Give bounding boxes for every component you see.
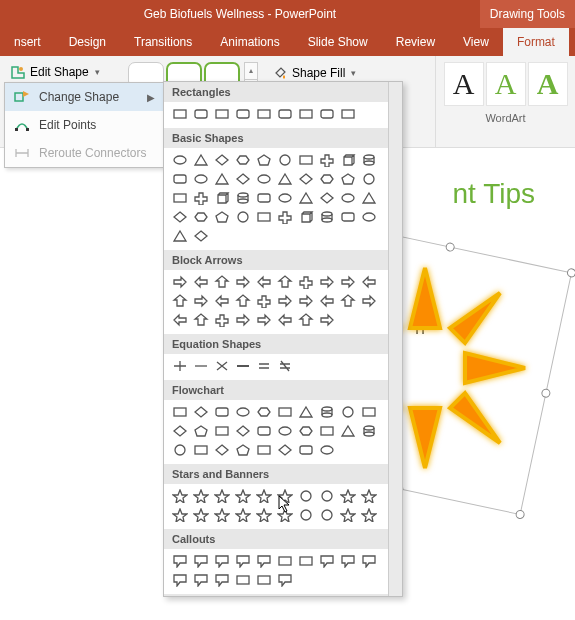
shape-option[interactable] (212, 311, 232, 329)
shape-option[interactable] (170, 552, 190, 570)
shape-option[interactable] (191, 506, 211, 524)
shape-option[interactable] (233, 441, 253, 459)
flyout-scrollbar[interactable] (388, 82, 402, 596)
shape-option[interactable] (275, 571, 295, 589)
shape-option[interactable] (317, 292, 337, 310)
shape-option[interactable] (170, 311, 190, 329)
shape-option[interactable] (233, 571, 253, 589)
shape-option[interactable] (275, 552, 295, 570)
shape-option[interactable] (338, 189, 358, 207)
shape-option[interactable] (170, 403, 190, 421)
shape-option[interactable] (212, 487, 232, 505)
shape-option[interactable] (233, 170, 253, 188)
shape-option[interactable] (233, 151, 253, 169)
shape-option[interactable] (275, 151, 295, 169)
shape-option[interactable] (254, 357, 274, 375)
shape-option[interactable] (254, 189, 274, 207)
shape-option[interactable] (296, 311, 316, 329)
shape-option[interactable] (233, 208, 253, 226)
shape-option[interactable] (338, 506, 358, 524)
shape-option[interactable] (254, 506, 274, 524)
shape-option[interactable] (233, 506, 253, 524)
shape-option[interactable] (296, 273, 316, 291)
shape-option[interactable] (254, 311, 274, 329)
shape-option[interactable] (170, 292, 190, 310)
shape-option[interactable] (275, 487, 295, 505)
shape-option[interactable] (233, 487, 253, 505)
tab-format[interactable]: Format (503, 28, 569, 56)
shape-option[interactable] (317, 403, 337, 421)
shape-option[interactable] (296, 151, 316, 169)
shape-option[interactable] (338, 208, 358, 226)
shape-option[interactable] (275, 311, 295, 329)
shape-option[interactable] (275, 506, 295, 524)
tab-design[interactable]: Design (55, 28, 120, 56)
shape-option[interactable] (338, 151, 358, 169)
shape-option[interactable] (275, 441, 295, 459)
tab-transitions[interactable]: Transitions (120, 28, 206, 56)
shape-option[interactable] (317, 311, 337, 329)
shape-option[interactable] (191, 357, 211, 375)
shape-option[interactable] (191, 422, 211, 440)
shape-option[interactable] (359, 506, 379, 524)
shape-option[interactable] (317, 105, 337, 123)
shape-option[interactable] (338, 273, 358, 291)
edit-shape-dropdown[interactable]: Edit Shape ▾ (4, 60, 106, 84)
shape-option[interactable] (254, 441, 274, 459)
shape-option[interactable] (233, 292, 253, 310)
shape-option[interactable] (359, 189, 379, 207)
shape-option[interactable] (233, 357, 253, 375)
wordart-style-1[interactable]: A (444, 62, 484, 106)
shape-option[interactable] (296, 552, 316, 570)
shape-option[interactable] (191, 273, 211, 291)
shape-option[interactable] (338, 487, 358, 505)
shape-option[interactable] (170, 227, 190, 245)
shape-option[interactable] (296, 170, 316, 188)
menu-edit-points[interactable]: Edit Points (5, 111, 163, 139)
shape-option[interactable] (212, 292, 232, 310)
shape-option[interactable] (296, 292, 316, 310)
shape-option[interactable] (212, 441, 232, 459)
tab-slideshow[interactable]: Slide Show (294, 28, 382, 56)
shape-option[interactable] (170, 208, 190, 226)
shape-option[interactable] (191, 105, 211, 123)
shape-option[interactable] (254, 552, 274, 570)
shape-option[interactable] (233, 403, 253, 421)
shape-option[interactable] (254, 571, 274, 589)
shape-option[interactable] (296, 506, 316, 524)
shape-option[interactable] (191, 571, 211, 589)
shape-option[interactable] (170, 506, 190, 524)
shape-option[interactable] (212, 422, 232, 440)
shape-option[interactable] (254, 487, 274, 505)
shape-option[interactable] (275, 105, 295, 123)
shape-option[interactable] (359, 422, 379, 440)
shape-option[interactable] (317, 552, 337, 570)
shape-option[interactable] (275, 170, 295, 188)
shape-option[interactable] (191, 151, 211, 169)
shape-option[interactable] (359, 552, 379, 570)
shape-option[interactable] (254, 273, 274, 291)
shape-option[interactable] (191, 208, 211, 226)
shape-option[interactable] (170, 273, 190, 291)
shape-option[interactable] (275, 422, 295, 440)
shape-option[interactable] (338, 292, 358, 310)
shape-option[interactable] (254, 292, 274, 310)
shape-option[interactable] (317, 189, 337, 207)
tab-insert[interactable]: nsert (0, 28, 55, 56)
shape-option[interactable] (212, 403, 232, 421)
shape-option[interactable] (191, 552, 211, 570)
shape-option[interactable] (296, 487, 316, 505)
shape-option[interactable] (233, 105, 253, 123)
gallery-scroll-up[interactable]: ▴ (245, 63, 257, 80)
shape-option[interactable] (317, 422, 337, 440)
shape-option[interactable] (317, 151, 337, 169)
shape-option[interactable] (317, 208, 337, 226)
shape-option[interactable] (233, 189, 253, 207)
shape-option[interactable] (170, 189, 190, 207)
shape-option[interactable] (212, 273, 232, 291)
shape-option[interactable] (359, 273, 379, 291)
tab-review[interactable]: Review (382, 28, 449, 56)
shape-option[interactable] (170, 151, 190, 169)
shape-option[interactable] (359, 487, 379, 505)
shape-option[interactable] (338, 422, 358, 440)
